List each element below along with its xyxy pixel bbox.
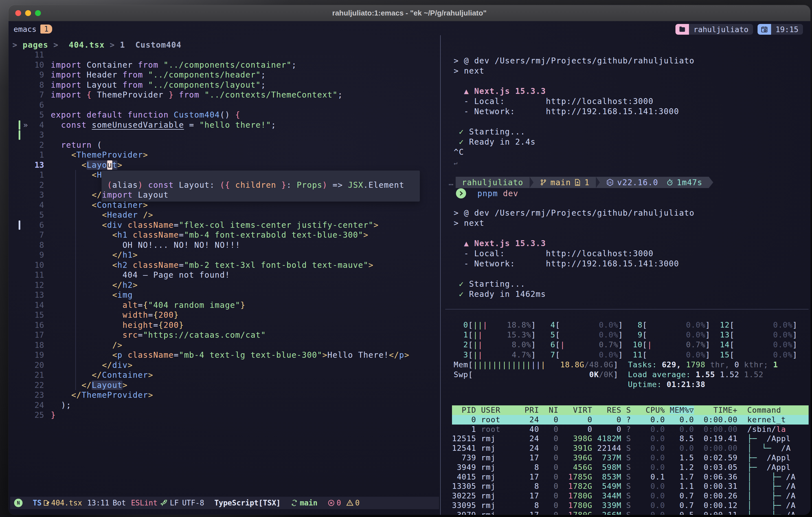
code-line: 3 </import Layout [8,190,440,200]
code-line: 1 <H [8,170,440,180]
prompt-changed-count: 1 [584,178,589,187]
command-tool: pnpm [477,189,498,198]
breadcrumb-segment: > pages > 404.tsx > 1 Custom404 [12,40,181,50]
code-line: 20 </div> [8,360,440,370]
code-line: 3 [8,130,440,140]
code-line: 25} [8,410,440,420]
tmux-horizontal-divider[interactable] [445,309,809,309]
htop-table-row: 3979 rmj 17 0 1780G 266M S 0.0 0.5 0:00.… [452,510,809,515]
shell-command-line[interactable]: pnpm dev [456,188,518,199]
warning-count: 0 [355,499,360,507]
zoom-button[interactable] [35,10,41,16]
prompt-user: rahuljuliato [456,178,529,187]
emacs-pane: > pages > 404.tsx > 1 Custom404 1110impo… [8,35,440,515]
breadcrumb: > pages > 404.tsx > 1 Custom404 [12,40,181,50]
terminal-window: rahuljuliato:1:emacs - "ek ~/P/g/rahulju… [8,5,810,515]
minimize-button[interactable] [25,10,31,16]
terminal-line: > next [454,66,810,76]
code-line: 9import Header from "../components/heade… [8,70,440,80]
window-title: rahuljuliato:1:emacs - "ek ~/P/g/rahulju… [332,9,487,18]
error-count: 0 [337,499,341,507]
code-line: 7 <h1 className="mb-4 font-extrabold tex… [8,230,440,240]
code-line: 24 ); [8,400,440,410]
terminal-line [454,76,810,86]
linter-name[interactable]: ESLint [131,499,157,507]
terminal-line: - Local: http://localhost:3000 [454,96,810,107]
nodejs-icon: JS [606,178,614,186]
code-buffer[interactable]: 1110import Container from "../components… [8,50,440,497]
htop-process-table[interactable]: PID USER PRI NI VIRT RES S CPU% MEM%▽ TI… [452,405,809,515]
shell-pane: … rahuljuliato main [445,35,809,515]
window-titlebar: rahuljuliato:1:emacs - "ek ~/P/g/rahulju… [8,5,810,22]
terminal-line: - Network: http://192.168.15.141:3000 [454,259,810,269]
encoding-indicator: UTF-8 [182,499,204,507]
code-line: 2 return ( [8,140,440,150]
command-arg: dev [498,189,519,198]
code-line: 15 width={200} [8,310,440,320]
htop-table-row: PID USER PRI NI VIRT RES S CPU% MEM%▽ TI… [452,405,809,415]
tmux-status-bar: emacs 1 rahuljuliato 19:15 [8,23,810,35]
close-button[interactable] [15,10,21,16]
terminal-line: ✓ Ready in 2.4s [454,137,810,147]
rocket-icon [160,499,168,507]
git-branch-icon [291,499,298,507]
evil-state-badge: N [14,499,23,507]
htop-table-row: 1 root 40 0 0 0 ? 0.0 0.0 0:00.00 /sbin/… [452,425,809,434]
warning-count-icon [346,499,353,507]
htop-table-row: 4015 rmj 17 0 1785G 853M S 0.1 1.7 0:06.… [452,472,809,482]
code-line: 6 <div className="flex-col items-center … [8,220,440,230]
htop-table-row: 12515 rmj 24 0 398G 4182M S 0.0 8.5 0:19… [452,434,809,444]
terminal-line: > @ dev /Users/rmj/Projects/github/rahul… [454,208,810,218]
terminal-line: ^C [454,147,810,157]
code-line: 13 <Layout> [8,160,440,170]
fringe-marker-icon: » [23,120,28,130]
code-line: 21 </Container> [8,370,440,380]
major-mode[interactable]: TypeScript[TSX] [214,499,281,507]
prompt-chevron-icon [456,188,466,199]
terminal-line: - Network: http://192.168.15.141:3000 [454,107,810,117]
htop-table-row: 739 rmj 17 0 396G 737M S 0.0 1.5 0:02.59… [452,453,809,463]
code-line: 19 <p className="mb-4 text-lg text-blue-… [8,350,440,360]
code-line: 14 alt={"404 random image"} [8,300,440,310]
terminal-line: > @ dev /Users/rmj/Projects/github/rahul… [454,56,810,66]
eol-indicator: LF [170,499,179,507]
changed-file-icon [574,179,581,186]
tmux-pane-divider[interactable] [440,35,441,515]
code-line: 12 </h2> [8,280,440,291]
tmux-host-pill: rahuljuliato [675,24,753,35]
code-line: 16 height={200} [8,320,440,330]
shell-prompt: … rahuljuliato main [448,177,713,188]
code-line: 7import { ThemeProvider } from "../conte… [8,90,440,100]
terminal-line [454,168,810,178]
htop-meter-line: Swp[ 0K/0K] Load average: 1.55 1.52 1.52 [454,370,809,379]
terminal-line [454,229,810,239]
code-line: 23 </ThemeProvider> [8,390,440,400]
htop-table-row: 3949 rmj 8 0 456G 598M S 0.0 1.2 0:03.05… [452,463,809,472]
shell-output: … rahuljuliato main [454,56,810,299]
htop-table-row: 30225 rmj 17 0 1780G 344M S 0.0 0.7 0:00… [452,491,809,500]
tmux-clock: 19:15 [771,24,803,35]
htop-meter-line: 2[|| 8.0%] 6[| 0.7%] 10[| 0.7%] 14[ 0.0%… [454,340,809,349]
buffer-file-name[interactable]: 404.tsx [51,499,82,507]
terminal-line: ✓ Starting... [454,279,810,289]
code-line: 4 <Container> [8,200,440,210]
desktop: rahuljuliato:1:emacs - "ek ~/P/g/rahulju… [0,0,812,517]
code-line: 1 <ThemeProvider> [8,150,440,160]
cursor-position: 13:11 [87,499,109,507]
htop-table-row: 12541 rmj 24 0 391G 22144 S 0.0 0.0 0:00… [452,444,809,453]
powerline-separator-icon [596,177,600,188]
code-line: 11 [8,50,440,60]
code-line: 2 (alias) const Layout: ({ children }: P… [8,180,440,190]
code-line: 10import Container from "../components/c… [8,60,440,70]
tmux-window-tab[interactable]: emacs 1 [13,25,52,34]
terminal-line: > next [454,218,810,229]
code-line: 8import Layout from "../components/layou… [8,80,440,90]
code-line: 17 src="https://cataas.com/cat" [8,330,440,340]
powerline-tip-icon [709,177,713,188]
git-branch-name[interactable]: main [300,499,317,507]
htop-meter-line: 1[|| 15.3%] 5[ 0.0%] 9[ 0.0%] 13[ 0.0%] [454,330,809,340]
htop-meters: 0[||| 18.8%] 4[ 0.0%] 8[ 0.0%] 12[ 0.0%]… [454,320,809,389]
htop-meter-line: Mem[||||||||||||||| 18.8G/48.0G] Tasks: … [454,360,809,370]
buffer-location: Bot [113,499,126,507]
terminal-line: ▲ Next.js 15.3.3 [454,86,810,96]
